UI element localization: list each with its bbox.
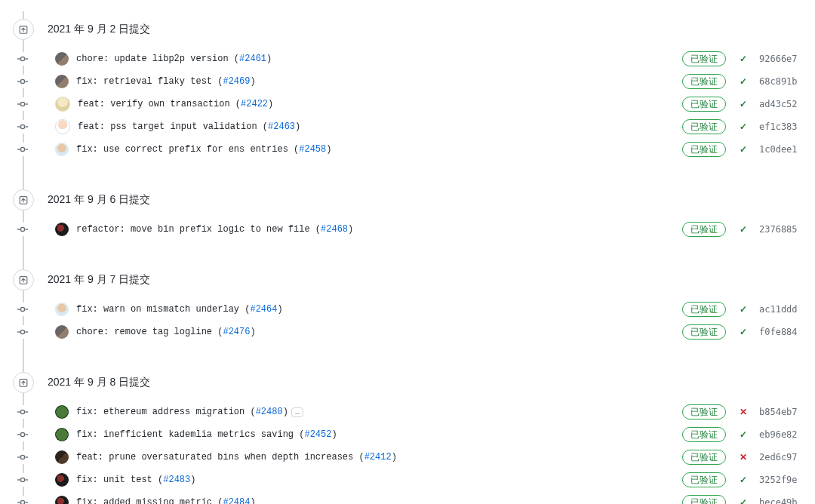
commit-message[interactable]: fix: ethereum address migration (#2480)…	[76, 407, 303, 417]
commit-message[interactable]: fix: unit test (#2483)	[76, 475, 195, 485]
author-avatar[interactable]	[55, 52, 69, 66]
author-avatar[interactable]	[55, 450, 69, 464]
commit-message[interactable]: feat: prune oversaturated bins when dept…	[76, 452, 397, 463]
commit-title[interactable]: fix: warn on mismatch underlay	[76, 304, 239, 315]
commit-title[interactable]: feat: prune oversaturated bins when dept…	[76, 452, 353, 463]
pr-link[interactable]: #2483	[163, 475, 190, 485]
commit-message[interactable]: feat: pss target input validation (#2463…	[78, 121, 300, 132]
commit-title[interactable]: fix: use correct prefix for ens entries	[76, 144, 288, 155]
commit-message[interactable]: chore: remove tag logline (#2476)	[76, 327, 256, 337]
build-status[interactable]: ✕	[738, 407, 749, 417]
commit-message[interactable]: fix: use correct prefix for ens entries …	[76, 144, 331, 155]
verified-badge[interactable]: 已验证	[682, 302, 726, 317]
author-avatar[interactable]	[55, 473, 69, 487]
commit-title[interactable]: fix: retrieval flaky test	[76, 76, 212, 87]
commit-title[interactable]: fix: unit test	[76, 475, 152, 485]
pr-link[interactable]: #2480	[256, 407, 283, 417]
build-status[interactable]: ✓	[738, 475, 749, 485]
build-status[interactable]: ✓	[738, 327, 749, 337]
commit-title[interactable]: feat: pss target input validation	[78, 121, 257, 132]
author-avatar[interactable]	[55, 223, 69, 236]
check-icon[interactable]: ✓	[740, 144, 747, 155]
pr-link[interactable]: #2469	[223, 76, 250, 87]
verified-badge[interactable]: 已验证	[682, 472, 726, 487]
pr-link[interactable]: #2422	[241, 99, 268, 109]
check-icon[interactable]: ✓	[740, 304, 747, 315]
repo-push-icon[interactable]	[13, 372, 34, 393]
commit-message[interactable]: refactor: move bin prefix logic to new f…	[76, 224, 353, 235]
commit-sha[interactable]: 68c891b	[759, 76, 801, 87]
check-icon[interactable]: ✓	[740, 429, 747, 440]
commit-sha[interactable]: 1c0dee1	[759, 144, 801, 155]
author-avatar[interactable]	[55, 75, 69, 88]
author-avatar[interactable]	[55, 303, 69, 316]
commit-title[interactable]: refactor: move bin prefix logic to new f…	[76, 224, 310, 235]
build-status[interactable]: ✓	[738, 76, 749, 87]
verified-badge[interactable]: 已验证	[682, 450, 726, 465]
build-status[interactable]: ✓	[738, 54, 749, 64]
pr-link[interactable]: #2452	[304, 429, 331, 440]
build-status[interactable]: ✓	[738, 497, 749, 504]
x-icon[interactable]: ✕	[740, 407, 747, 417]
pr-link[interactable]: #2458	[299, 144, 326, 155]
build-status[interactable]: ✓	[738, 304, 749, 315]
pr-link[interactable]: #2484	[223, 497, 250, 504]
build-status[interactable]: ✓	[738, 99, 749, 109]
commit-sha[interactable]: 3252f9e	[759, 475, 801, 485]
check-icon[interactable]: ✓	[740, 497, 747, 504]
verified-badge[interactable]: 已验证	[682, 74, 726, 89]
verified-badge[interactable]: 已验证	[682, 97, 726, 112]
verified-badge[interactable]: 已验证	[682, 51, 726, 66]
commit-message[interactable]: fix: inefficient kademlia metrics saving…	[76, 429, 337, 440]
pr-link[interactable]: #2412	[364, 452, 392, 463]
commit-sha[interactable]: eb96e82	[759, 429, 801, 440]
check-icon[interactable]: ✓	[740, 54, 747, 64]
commit-sha[interactable]: ef1c383	[759, 121, 801, 132]
commit-message[interactable]: fix: retrieval flaky test (#2469)	[76, 76, 256, 87]
commit-title[interactable]: fix: ethereum address migration	[76, 407, 244, 417]
pr-link[interactable]: #2461	[239, 54, 266, 64]
verified-badge[interactable]: 已验证	[682, 119, 726, 134]
commit-title[interactable]: fix: inefficient kademlia metrics saving	[76, 429, 294, 440]
check-icon[interactable]: ✓	[740, 327, 747, 337]
build-status[interactable]: ✓	[738, 144, 749, 155]
verified-badge[interactable]: 已验证	[682, 427, 726, 442]
build-status[interactable]: ✕	[738, 452, 749, 463]
verified-badge[interactable]: 已验证	[682, 222, 726, 237]
commit-sha[interactable]: 2ed6c97	[759, 452, 801, 463]
author-avatar[interactable]	[55, 496, 69, 504]
commit-title[interactable]: fix: added missing metric	[76, 497, 212, 504]
build-status[interactable]: ✓	[738, 429, 749, 440]
pr-link[interactable]: #2468	[321, 224, 348, 235]
commit-title[interactable]: feat: verify own transaction	[78, 99, 230, 109]
build-status[interactable]: ✓	[738, 224, 749, 235]
author-avatar[interactable]	[55, 405, 69, 419]
commit-title[interactable]: chore: remove tag logline	[76, 327, 212, 337]
pr-link[interactable]: #2463	[268, 121, 295, 132]
check-icon[interactable]: ✓	[740, 121, 747, 132]
commit-sha[interactable]: 2376885	[759, 224, 801, 235]
commit-message[interactable]: fix: warn on mismatch underlay (#2464)	[76, 304, 283, 315]
check-icon[interactable]: ✓	[740, 76, 747, 87]
repo-push-icon[interactable]	[13, 19, 34, 40]
commit-sha[interactable]: bece49b	[759, 497, 801, 504]
repo-push-icon[interactable]	[13, 269, 34, 290]
check-icon[interactable]: ✓	[740, 224, 747, 235]
commit-sha[interactable]: 92666e7	[759, 54, 801, 64]
commit-sha[interactable]: ad43c52	[759, 99, 801, 109]
author-avatar[interactable]	[55, 119, 70, 134]
verified-badge[interactable]: 已验证	[682, 142, 726, 157]
verified-badge[interactable]: 已验证	[682, 324, 726, 340]
commit-message[interactable]: fix: added missing metric (#2484)	[76, 497, 256, 504]
commit-sha[interactable]: f0fe884	[759, 327, 801, 337]
verified-badge[interactable]: 已验证	[682, 404, 726, 419]
author-avatar[interactable]	[55, 97, 70, 112]
commit-title[interactable]: chore: update libp2p version	[76, 54, 229, 64]
build-status[interactable]: ✓	[738, 121, 749, 132]
commit-sha[interactable]: ac11ddd	[759, 304, 801, 315]
pr-link[interactable]: #2476	[223, 327, 250, 337]
pr-link[interactable]: #2464	[250, 304, 277, 315]
ellipsis-button[interactable]: …	[291, 407, 303, 417]
check-icon[interactable]: ✓	[740, 475, 747, 485]
verified-badge[interactable]: 已验证	[682, 495, 726, 504]
